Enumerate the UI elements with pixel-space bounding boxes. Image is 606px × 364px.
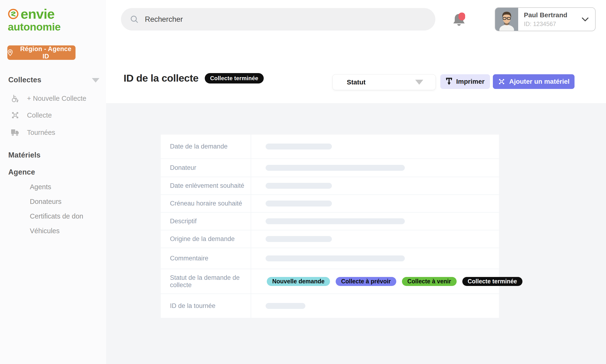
sidebar-item-vehicules[interactable]: Véhicules — [30, 227, 60, 235]
table-row: Descriptif — [161, 212, 499, 230]
sidebar-item-agents[interactable]: Agents — [30, 183, 51, 191]
row-label: Statut de la demande de collecte — [161, 269, 251, 294]
sidebar-item-label: + Nouvelle Collecte — [27, 95, 86, 103]
table-row: Commentaire — [161, 248, 499, 269]
add-material-button[interactable]: Ajouter un matériel — [493, 74, 575, 89]
network-icon — [10, 110, 20, 120]
sidebar-item-certificats[interactable]: Certificats de don — [30, 212, 83, 220]
page-title: ID de la collecte — [123, 72, 199, 84]
brand-logo: envie autonomie — [8, 7, 61, 32]
row-label: Date enlèvement souhaité — [161, 177, 251, 195]
content-area: Date de la demande Donateur Date enlèvem… — [106, 103, 606, 364]
status-dropdown[interactable]: Statut — [332, 74, 436, 90]
sidebar-heading-collectes[interactable]: Collectes — [8, 76, 41, 84]
brand-name-line2: autonomie — [8, 21, 61, 32]
notification-bell-button[interactable] — [450, 11, 468, 30]
chevron-down-icon[interactable] — [581, 17, 589, 22]
table-row-status: Statut de la demande de collecte Nouvell… — [161, 269, 499, 294]
add-material-button-label: Ajouter un matériel — [509, 78, 569, 85]
chevron-down-icon — [415, 80, 423, 85]
print-icon — [446, 78, 452, 86]
row-label: Origine de la demande — [161, 230, 251, 248]
row-label: Commentaire — [161, 248, 251, 269]
row-label: Créneau horaire souhaité — [161, 195, 251, 212]
skeleton-value — [266, 201, 332, 207]
status-badge-nouvelle-demande[interactable]: Nouvelle demande — [267, 277, 330, 286]
status-badge-collecte-a-venir[interactable]: Collecte à venir — [402, 277, 457, 286]
network-icon — [498, 78, 505, 85]
table-row: Date de la demande — [161, 135, 499, 158]
notification-badge — [458, 13, 465, 20]
sidebar-item-label: Tournées — [27, 129, 55, 136]
search-bar[interactable] — [121, 8, 435, 30]
table-row: Créneau horaire souhaité — [161, 195, 499, 212]
avatar — [495, 8, 518, 31]
table-row: Date enlèvement souhaité — [161, 177, 499, 195]
region-agency-label: Région - Agence ID — [16, 45, 76, 60]
search-input[interactable] — [145, 15, 405, 24]
sidebar-item-nouvelle-collecte[interactable]: + Nouvelle Collecte — [10, 93, 86, 104]
skeleton-value — [266, 183, 332, 189]
skeleton-value — [266, 236, 332, 242]
truck-icon — [10, 127, 20, 138]
chevron-down-icon[interactable] — [92, 78, 99, 83]
skeleton-value — [266, 218, 405, 224]
skeleton-value — [266, 143, 332, 149]
user-menu[interactable]: Paul Bertrand ID: 1234567 — [495, 7, 596, 31]
status-badge-collecte-a-prevoir[interactable]: Collecte à prévoir — [336, 277, 396, 286]
status-badge-group: Nouvelle demande Collecte à prévoir Coll… — [267, 277, 523, 286]
sidebar-item-label: Collecte — [27, 111, 52, 119]
table-row: Origine de la demande — [161, 230, 499, 248]
status-badge-collecte-terminee[interactable]: Collecte terminée — [462, 277, 523, 286]
skeleton-value — [266, 165, 405, 171]
table-row: Donateur — [161, 158, 499, 177]
location-pin-icon — [7, 49, 13, 56]
row-label: Descriptif — [161, 213, 251, 230]
status-dropdown-value: Statut — [347, 78, 365, 86]
sidebar-item-tournees[interactable]: Tournées — [10, 127, 55, 138]
status-badge: Collecte terminée — [205, 73, 264, 83]
print-button-label: Imprimer — [456, 78, 485, 85]
sidebar-heading-agence[interactable]: Agence — [8, 168, 35, 176]
collection-detail-table: Date de la demande Donateur Date enlèvem… — [161, 135, 499, 318]
skeleton-value — [266, 255, 405, 261]
region-agency-button[interactable]: Région - Agence ID — [7, 45, 76, 60]
sidebar-item-collecte[interactable]: Collecte — [10, 110, 52, 120]
envie-logo-icon — [8, 9, 19, 19]
row-label: Date de la demande — [161, 135, 251, 158]
search-icon — [130, 15, 139, 24]
user-id: ID: 1234567 — [524, 21, 567, 27]
sidebar: envie autonomie Région - Agence ID Colle… — [0, 0, 106, 364]
user-name: Paul Bertrand — [524, 11, 567, 19]
sidebar-item-donateurs[interactable]: Donateurs — [30, 198, 62, 206]
table-row: ID de la tournée — [161, 294, 499, 318]
wheelchair-icon — [10, 93, 20, 104]
row-label: Donateur — [161, 159, 251, 177]
sidebar-heading-materiels[interactable]: Matériels — [8, 151, 40, 159]
brand-name-line1: envie — [21, 7, 54, 21]
app-root: envie autonomie Région - Agence ID Colle… — [0, 0, 606, 364]
print-button[interactable]: Imprimer — [440, 74, 490, 89]
skeleton-value — [266, 303, 305, 309]
main-area: Paul Bertrand ID: 1234567 ID de la colle… — [106, 0, 606, 364]
row-label: ID de la tournée — [161, 294, 251, 318]
